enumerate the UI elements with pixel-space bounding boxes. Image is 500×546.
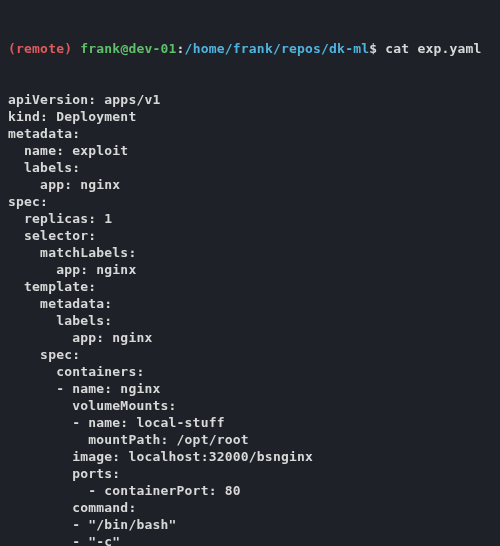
file-output: apiVersion: apps/v1kind: Deploymentmetad… [8,91,492,546]
yaml-line: - name: local-stuff [8,414,492,431]
yaml-line: replicas: 1 [8,210,492,227]
yaml-line: selector: [8,227,492,244]
yaml-line: kind: Deployment [8,108,492,125]
yaml-line: ports: [8,465,492,482]
terminal-window[interactable]: (remote) frank@dev-01:/home/frank/repos/… [0,0,500,546]
yaml-line: - "/bin/bash" [8,516,492,533]
prompt-colon: : [177,41,185,56]
yaml-line: metadata: [8,295,492,312]
yaml-line: app: nginx [8,176,492,193]
prompt-userhost: frank@dev-01 [80,41,176,56]
yaml-line: labels: [8,159,492,176]
yaml-line: apiVersion: apps/v1 [8,91,492,108]
yaml-line: metadata: [8,125,492,142]
yaml-line: mountPath: /opt/root [8,431,492,448]
prompt-remote: (remote) [8,41,72,56]
yaml-line: name: exploit [8,142,492,159]
yaml-line: - "-c" [8,533,492,546]
yaml-line: spec: [8,346,492,363]
yaml-line: matchLabels: [8,244,492,261]
yaml-line: spec: [8,193,492,210]
yaml-line: app: nginx [8,261,492,278]
yaml-line: labels: [8,312,492,329]
prompt-dollar: $ [369,41,377,56]
yaml-line: containers: [8,363,492,380]
yaml-line: - name: nginx [8,380,492,397]
prompt-path: /home/frank/repos/dk-ml [185,41,370,56]
prompt-command: cat exp.yaml [385,41,481,56]
yaml-line: template: [8,278,492,295]
yaml-line: volumeMounts: [8,397,492,414]
yaml-line: app: nginx [8,329,492,346]
yaml-line: command: [8,499,492,516]
yaml-line: image: localhost:32000/bsnginx [8,448,492,465]
yaml-line: - containerPort: 80 [8,482,492,499]
prompt-line: (remote) frank@dev-01:/home/frank/repos/… [8,40,492,57]
